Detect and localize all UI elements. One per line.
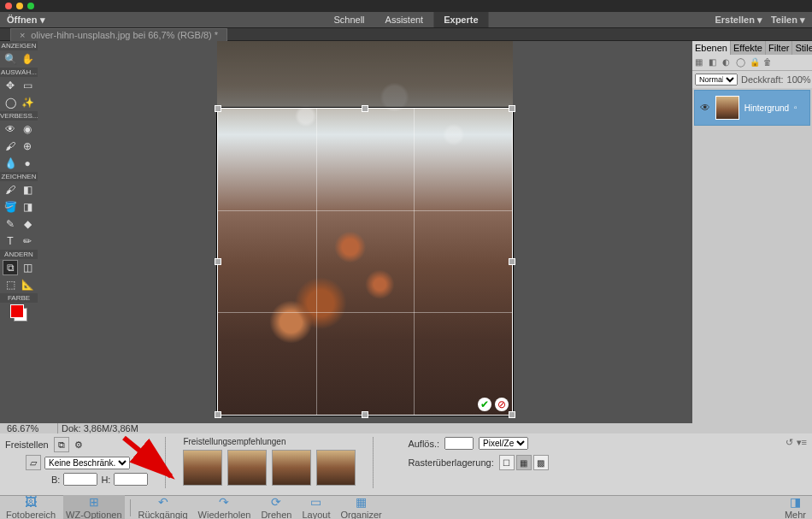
- section-modify: ÄNDERN: [0, 250, 38, 259]
- doc-tab[interactable]: × oliver-hihn-unsplash.jpg bei 66,7% (RG…: [10, 28, 227, 41]
- tab-styles[interactable]: Stile: [792, 41, 812, 55]
- layer-row[interactable]: 👁 Hintergrund ▫: [694, 90, 810, 126]
- mask-icon[interactable]: ◯: [736, 57, 746, 68]
- image-canvas[interactable]: ✔ ⊘: [217, 41, 513, 416]
- crop-handle-bc[interactable]: [362, 411, 368, 418]
- sponge-tool[interactable]: ●: [20, 156, 35, 171]
- straighten-tool[interactable]: 📐: [20, 277, 35, 292]
- tab-effects[interactable]: Effekte: [731, 41, 766, 55]
- canvas-area[interactable]: ✔ ⊘: [38, 41, 692, 423]
- crop-box[interactable]: ✔ ⊘: [217, 108, 513, 416]
- organizer-btn[interactable]: ▦Organizer: [338, 495, 384, 519]
- options-menu-icon[interactable]: ▾≡: [797, 437, 807, 448]
- eraser-tool[interactable]: ◧: [20, 182, 35, 198]
- hand-tool[interactable]: ✋: [20, 51, 35, 67]
- create-menu[interactable]: Erstellen ▾: [715, 15, 762, 26]
- redeye-tool[interactable]: 👁: [3, 121, 18, 137]
- crop-handle-tc[interactable]: [362, 105, 368, 112]
- options-reset-icon[interactable]: ↺: [786, 437, 793, 448]
- mode-quick[interactable]: Schnell: [323, 12, 374, 27]
- section-draw: ZEICHNEN: [0, 172, 38, 181]
- overlay-none[interactable]: ☐: [499, 455, 515, 470]
- marquee-tool[interactable]: ▭: [20, 78, 35, 93]
- suggest-3[interactable]: [272, 450, 311, 486]
- window-minimize[interactable]: [16, 3, 23, 9]
- eyedropper-tool[interactable]: ✎: [3, 216, 18, 232]
- layout-btn[interactable]: ▭Layout: [299, 495, 332, 519]
- blur-tool[interactable]: 💧: [3, 156, 18, 171]
- overlay-thirds[interactable]: ▦: [516, 455, 532, 470]
- doc-size: Dok: 3,86M/3,86M: [58, 423, 142, 433]
- share-menu[interactable]: Teilen ▾: [771, 15, 805, 26]
- lasso-tool[interactable]: ◯: [3, 95, 18, 110]
- redo-btn[interactable]: ↷Wiederholen: [196, 495, 254, 519]
- suggest-2[interactable]: [227, 450, 267, 486]
- adjustment-icon[interactable]: ◐: [722, 57, 733, 68]
- mode-assistant[interactable]: Assistent: [375, 12, 434, 27]
- content-move-tool[interactable]: ⬚: [3, 277, 18, 292]
- window-maximize[interactable]: [27, 3, 34, 9]
- suggest-4[interactable]: [316, 450, 356, 486]
- layer-actions: ▦ ◧ ◐ ◯ 🔒 🗑: [692, 55, 812, 71]
- res-unit[interactable]: Pixel/Zen...: [479, 437, 528, 450]
- wand-tool[interactable]: ✨: [20, 95, 35, 110]
- new-group-icon[interactable]: ◧: [709, 57, 719, 68]
- suggest-1[interactable]: [183, 450, 222, 486]
- move-tool[interactable]: ✥: [3, 78, 18, 93]
- more-btn[interactable]: ◨Mehr: [782, 495, 809, 519]
- visibility-icon[interactable]: 👁: [700, 102, 710, 114]
- height-input[interactable]: [114, 473, 148, 486]
- crop-handle-ml[interactable]: [215, 258, 221, 265]
- layer-thumb[interactable]: [715, 96, 739, 120]
- right-panel: Ebenen Effekte Filter Stile Grafike ▦ ◧ …: [692, 41, 812, 423]
- type-tool[interactable]: T: [3, 233, 18, 249]
- shape-tool[interactable]: ◆: [20, 216, 35, 232]
- foreground-color[interactable]: [10, 304, 24, 318]
- crop-cancel[interactable]: ⊘: [495, 398, 509, 411]
- color-swatch[interactable]: [10, 304, 27, 321]
- brush-tool[interactable]: 🖌: [3, 182, 18, 198]
- crop-handle-bl[interactable]: [215, 411, 221, 418]
- recompose-tool[interactable]: ◫: [20, 260, 35, 275]
- photo-bin[interactable]: 🖼Fotobereich: [3, 495, 58, 519]
- crop-handle-br[interactable]: [509, 411, 515, 418]
- pencil-tool[interactable]: ✏: [20, 233, 35, 249]
- aspect-preset[interactable]: Keine Beschränk.: [44, 457, 130, 469]
- options-gear-icon[interactable]: ⚙: [74, 439, 83, 451]
- new-layer-icon[interactable]: ▦: [695, 57, 705, 68]
- crop-tool[interactable]: ⧉: [3, 260, 18, 275]
- height-label: H:: [101, 475, 110, 485]
- crop-handle-tl[interactable]: [215, 105, 221, 112]
- opacity-value[interactable]: 100%: [787, 74, 811, 85]
- crop-handle-tr[interactable]: [509, 105, 515, 112]
- trash-icon[interactable]: 🗑: [763, 57, 774, 68]
- crop-mode-btn[interactable]: ⧉: [54, 437, 69, 452]
- spot-heal-tool[interactable]: ◉: [20, 121, 35, 137]
- section-color: FARBE: [0, 293, 38, 303]
- rotate-btn[interactable]: ⟳Drehen: [258, 495, 294, 519]
- overlay-grid[interactable]: ▩: [533, 455, 549, 470]
- window-close[interactable]: [5, 3, 12, 9]
- res-input[interactable]: [444, 437, 474, 450]
- crop-perspective-btn[interactable]: ▱: [26, 455, 41, 470]
- suggest-label: Freistellungsempfehlungen: [183, 437, 356, 446]
- close-doc-icon[interactable]: ×: [20, 30, 25, 40]
- gradient-tool[interactable]: ◨: [20, 199, 35, 215]
- width-input[interactable]: [63, 473, 97, 486]
- fill-tool[interactable]: 🪣: [3, 199, 18, 215]
- clone-tool[interactable]: ⊕: [20, 139, 35, 154]
- tool-options-btn[interactable]: ⊞WZ-Optionen: [63, 495, 124, 519]
- crop-handle-mr[interactable]: [509, 258, 515, 265]
- smart-brush-tool[interactable]: 🖌: [3, 139, 18, 154]
- undo-btn[interactable]: ↶Rückgängig: [136, 495, 191, 519]
- tab-layers[interactable]: Ebenen: [692, 41, 731, 55]
- zoom-tool[interactable]: 🔍: [3, 51, 18, 67]
- tab-filter[interactable]: Filter: [766, 41, 792, 55]
- blend-mode[interactable]: Normal: [695, 74, 738, 86]
- mode-expert[interactable]: Experte: [433, 12, 488, 27]
- open-menu[interactable]: Öffnen ▾: [7, 15, 45, 26]
- zoom-level[interactable]: 66.67%: [3, 423, 58, 433]
- lock-icon[interactable]: 🔒: [750, 57, 760, 68]
- crop-commit[interactable]: ✔: [478, 398, 491, 411]
- layer-lock-icon[interactable]: ▫: [794, 103, 804, 113]
